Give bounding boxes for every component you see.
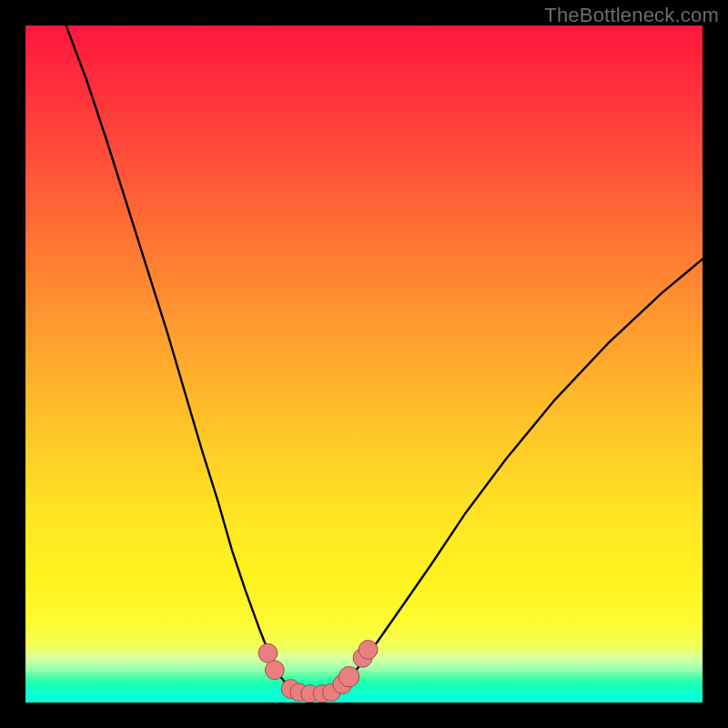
curve-markers — [258, 641, 378, 703]
curve-marker — [339, 667, 359, 687]
watermark-text: TheBottleneck.com — [544, 4, 719, 27]
chart-frame: TheBottleneck.com — [0, 0, 728, 728]
curve-marker — [359, 641, 378, 660]
curve-marker — [258, 643, 278, 662]
chart-svg — [25, 25, 703, 703]
chart-plot-area — [25, 25, 703, 703]
curve-marker — [265, 661, 284, 680]
bottleneck-curve — [66, 25, 703, 693]
